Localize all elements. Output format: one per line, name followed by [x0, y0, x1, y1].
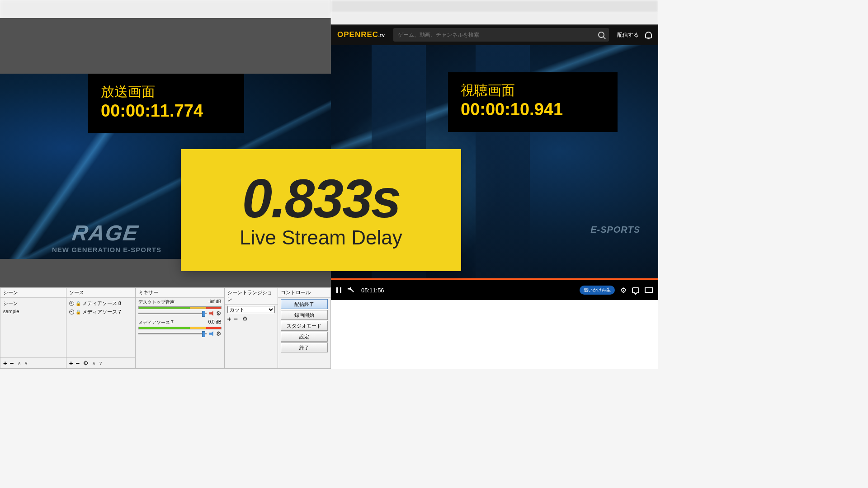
settings-button[interactable]: 設定: [281, 332, 328, 342]
mixer-title: ミキサー: [136, 288, 224, 298]
transitions-title: シーントランジション: [225, 288, 278, 305]
mixer-item: デスクトップ音声 -inf dB ⚙: [138, 299, 222, 317]
stream-link[interactable]: 配信する: [617, 31, 639, 39]
pause-icon[interactable]: [336, 287, 341, 293]
transition-settings-button[interactable]: ⚙: [242, 315, 248, 322]
source-row[interactable]: 🔒 メディアソース 8: [69, 299, 132, 308]
transitions-panel: シーントランジション カット +− ⚙: [224, 287, 278, 369]
rage-subtitle: NEW GENERATION E-SPORTS: [52, 246, 161, 253]
chase-play-button[interactable]: 追いかけ再生: [580, 286, 615, 295]
scene-add-button[interactable]: +: [3, 359, 7, 367]
mute-icon[interactable]: [209, 311, 215, 316]
comment-icon[interactable]: [632, 287, 639, 293]
player-controls: 05:11:56 追いかけ再生 ⚙: [331, 280, 658, 300]
openrec-logo[interactable]: OPENREC.tv: [337, 30, 385, 39]
mixer-name: デスクトップ音声: [138, 299, 175, 305]
source-down-button[interactable]: ∨: [99, 361, 102, 366]
audio-meter: [138, 306, 222, 309]
lock-icon[interactable]: 🔒: [75, 310, 81, 314]
speaker-icon[interactable]: [209, 331, 215, 336]
mixer-db: -inf dB: [208, 299, 222, 305]
source-add-button[interactable]: +: [69, 359, 73, 367]
scene-down-button[interactable]: ∨: [24, 361, 28, 366]
browser-tabbar[interactable]: [331, 0, 658, 13]
player-time: 05:11:56: [361, 287, 384, 294]
search-icon[interactable]: [598, 32, 604, 38]
broadcast-time: 00:00:11.774: [101, 101, 231, 121]
source-row[interactable]: 🔒 メディアソース 7: [69, 308, 132, 316]
source-up-button[interactable]: ∧: [92, 361, 95, 366]
source-name: メディアソース 7: [82, 309, 121, 315]
viewer-time: 00:00:10.941: [461, 100, 605, 119]
mixer-settings-button[interactable]: ⚙: [216, 310, 222, 317]
controls-title: コントロール: [278, 288, 330, 298]
studio-mode-button[interactable]: スタジオモード: [281, 321, 328, 331]
start-recording-button[interactable]: 録画開始: [281, 310, 328, 320]
viewer-label: 視聴画面: [461, 81, 605, 100]
rage-logo: RAGE: [71, 221, 140, 245]
openrec-logo-tv: .tv: [378, 33, 385, 38]
broadcast-timer-box: 放送画面 00:00:11.774: [88, 74, 244, 133]
scene-header: シーン: [3, 299, 63, 308]
source-remove-button[interactable]: −: [76, 359, 80, 367]
scenes-footer: +− ∧ ∨: [0, 357, 66, 368]
scene-up-button[interactable]: ∧: [18, 361, 21, 366]
search-input[interactable]: [398, 32, 598, 38]
viewer-timer-box: 視聴画面 00:00:10.941: [448, 72, 618, 132]
sources-title: ソース: [66, 288, 135, 298]
mixer-settings-button[interactable]: ⚙: [216, 330, 222, 337]
delay-value: 0.833s: [242, 171, 400, 225]
lock-icon[interactable]: 🔒: [75, 301, 81, 306]
delay-caption: Live Stream Delay: [240, 226, 402, 249]
openrec-header: OPENREC.tv 配信する: [331, 24, 658, 45]
mixer-name: メディアソース 7: [138, 319, 174, 326]
search-box[interactable]: [393, 28, 609, 42]
obs-titlebar-blur: [0, 0, 331, 18]
audio-meter: [138, 327, 222, 329]
mute-icon[interactable]: [348, 287, 355, 293]
openrec-logo-text: OPENREC: [337, 30, 378, 39]
transition-add-button[interactable]: +: [227, 315, 231, 323]
sources-panel: ソース 🔒 メディアソース 8 🔒 メディアソース 7 +− ⚙ ∧ ∨: [66, 287, 135, 369]
stop-streaming-button[interactable]: 配信終了: [281, 299, 328, 309]
scenes-title: シーン: [0, 288, 66, 298]
bell-icon[interactable]: [645, 32, 652, 38]
mixer-panel: ミキサー デスクトップ音声 -inf dB ⚙ メデ: [135, 287, 224, 369]
mixer-item: メディアソース 7 0.0 dB ⚙: [138, 319, 222, 337]
scene-item[interactable]: sample: [3, 308, 63, 315]
sources-footer: +− ⚙ ∧ ∨: [66, 357, 135, 368]
controls-panel: コントロール 配信終了 録画開始 スタジオモード 設定 終了: [278, 287, 331, 369]
source-name: メディアソース 8: [82, 300, 121, 307]
broadcast-label: 放送画面: [101, 83, 231, 101]
browser-urlbar[interactable]: [331, 13, 658, 24]
rage-subtitle-right: E-SPORTS: [590, 225, 640, 235]
volume-slider[interactable]: [138, 313, 207, 314]
exit-button[interactable]: 終了: [281, 343, 328, 352]
visibility-icon[interactable]: [69, 310, 74, 314]
mixer-db: 0.0 dB: [208, 319, 222, 326]
visibility-icon[interactable]: [69, 301, 74, 306]
source-settings-button[interactable]: ⚙: [83, 360, 89, 366]
scenes-panel: シーン シーン sample +− ∧ ∨: [0, 287, 66, 369]
theater-icon[interactable]: [645, 287, 653, 293]
delay-overlay: 0.833s Live Stream Delay: [181, 149, 461, 271]
scene-remove-button[interactable]: −: [10, 359, 14, 367]
volume-slider[interactable]: [138, 333, 207, 334]
player-settings-icon[interactable]: ⚙: [620, 286, 627, 295]
transition-select[interactable]: カット: [227, 306, 275, 313]
obs-panels: シーン シーン sample +− ∧ ∨ ソース 🔒 メディアソース 8: [0, 287, 331, 369]
transition-remove-button[interactable]: −: [234, 315, 238, 323]
